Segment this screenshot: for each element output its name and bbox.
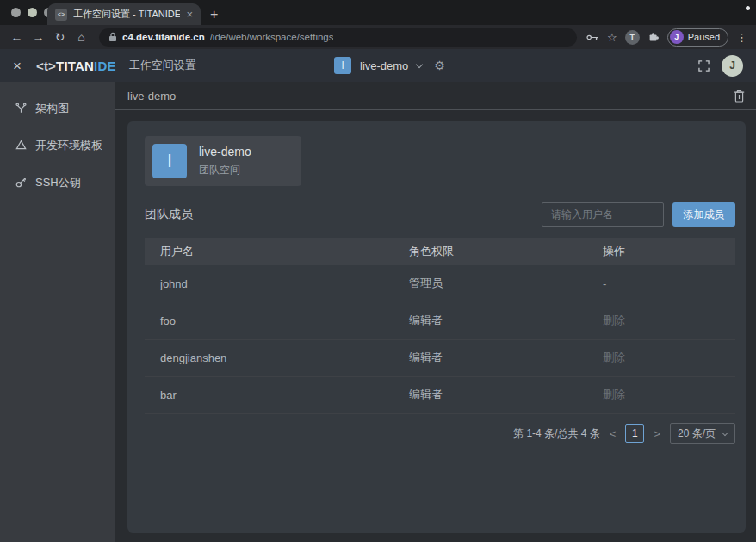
browser-window: <> 工作空间设置 - TITANIDE × + ← → ↻ ⌂ c4.dev.… xyxy=(0,0,756,542)
table-row: foo 编辑者 删除 xyxy=(145,302,735,340)
chevron-down-icon xyxy=(722,429,728,436)
key-icon xyxy=(15,176,28,189)
add-member-button[interactable]: 添加成员 xyxy=(672,202,735,227)
new-tab-button[interactable]: + xyxy=(210,3,218,25)
workspace-card-badge: l xyxy=(152,144,187,178)
sidebar-item-dev-template[interactable]: 开发环境模板 xyxy=(0,127,115,164)
window-dot xyxy=(746,6,750,10)
pagination: 第 1-4 条/总共 4 条 < 1 > 20 条/页 xyxy=(145,414,735,453)
app-header: × <t>TITANIDE 工作空间设置 l live-demo ⚙ J xyxy=(0,49,756,82)
password-key-icon[interactable] xyxy=(586,34,599,41)
sidebar-item-ssh-key[interactable]: SSH公钥 xyxy=(0,164,115,201)
logo-titan: TITAN xyxy=(56,59,94,73)
members-table: 用户名 角色权限 操作 johnd 管理员 - foo 编辑者 删除 xyxy=(145,238,735,414)
url-bar[interactable]: c4.dev.titanide.cn /ide/web/workspace/se… xyxy=(99,28,577,47)
tab-close-icon[interactable]: × xyxy=(186,9,193,20)
minimize-window-button[interactable] xyxy=(28,8,37,17)
back-icon[interactable]: ← xyxy=(9,31,25,43)
workspace-name: live-demo xyxy=(360,59,408,72)
delete-member-link[interactable]: 删除 xyxy=(603,350,735,365)
page-size-value: 20 条/页 xyxy=(678,427,716,441)
browser-titlebar: <> 工作空间设置 - TITANIDE × + xyxy=(0,0,756,25)
forward-icon[interactable]: → xyxy=(30,31,46,43)
branch-icon xyxy=(15,102,28,115)
gear-icon[interactable]: ⚙ xyxy=(434,59,445,72)
close-window-button[interactable] xyxy=(11,8,21,17)
workspace-selector[interactable]: l live-demo ⚙ xyxy=(334,57,445,74)
delete-workspace-trash-icon[interactable] xyxy=(734,90,745,103)
logo-bracket: <t> xyxy=(36,59,56,73)
paused-label: Paused xyxy=(688,32,720,42)
fullscreen-icon[interactable] xyxy=(698,60,710,72)
main-area: live-demo l live-demo 团队空间 团队成员 xyxy=(115,82,756,542)
role-cell: 管理员 xyxy=(409,276,603,291)
url-domain: c4.dev.titanide.cn xyxy=(122,32,205,42)
profile-avatar: J xyxy=(670,30,684,44)
app-body: 架构图 开发环境模板 SSH公钥 live-demo xyxy=(0,82,756,542)
role-cell: 编辑者 xyxy=(409,350,603,365)
sidebar-item-architecture[interactable]: 架构图 xyxy=(0,90,115,127)
members-section-header: 团队成员 添加成员 xyxy=(145,202,735,227)
table-row: johnd 管理员 - xyxy=(145,265,735,302)
home-icon[interactable]: ⌂ xyxy=(73,31,90,43)
settings-close-icon[interactable]: × xyxy=(13,59,22,73)
delete-member-link[interactable]: 删除 xyxy=(603,387,735,402)
sidebar: 架构图 开发环境模板 SSH公钥 xyxy=(0,82,115,542)
titanide-logo: <t>TITANIDE xyxy=(36,59,116,73)
settings-panel: l live-demo 团队空间 团队成员 添加成员 用户名 角 xyxy=(127,121,746,533)
page-title: 工作空间设置 xyxy=(129,58,196,73)
tab-favicon-icon: <> xyxy=(55,9,67,21)
sidebar-item-label: 架构图 xyxy=(35,101,69,116)
delete-member-link[interactable]: 删除 xyxy=(603,313,735,328)
extension-t-icon[interactable]: T xyxy=(625,30,640,45)
browser-toolbar: ← → ↻ ⌂ c4.dev.titanide.cn /ide/web/work… xyxy=(0,25,756,49)
main-topbar: live-demo xyxy=(115,82,756,110)
next-page-icon[interactable]: > xyxy=(654,427,660,440)
username-search-input[interactable] xyxy=(542,202,664,227)
page-number-button[interactable]: 1 xyxy=(625,424,644,443)
role-cell: 编辑者 xyxy=(409,387,603,402)
column-header-role: 角色权限 xyxy=(409,244,603,259)
breadcrumb: live-demo xyxy=(127,90,734,103)
members-section-title: 团队成员 xyxy=(145,207,542,222)
toolbar-actions: ☆ T J Paused ⋮ xyxy=(586,28,747,47)
template-triangle-icon xyxy=(15,139,28,152)
column-header-action: 操作 xyxy=(603,244,735,259)
header-right: J xyxy=(698,55,743,77)
profile-paused-pill[interactable]: J Paused xyxy=(667,28,728,47)
workspace-card: l live-demo 团队空间 xyxy=(145,136,301,186)
tab-title: 工作空间设置 - TITANIDE xyxy=(73,8,180,21)
table-row: dengjianshen 编辑者 删除 xyxy=(145,340,735,377)
username-cell: johnd xyxy=(145,277,409,290)
url-path: /ide/web/workspace/settings xyxy=(210,32,334,42)
table-header-row: 用户名 角色权限 操作 xyxy=(145,238,735,265)
sidebar-item-label: SSH公钥 xyxy=(35,175,81,190)
action-dash: - xyxy=(603,277,735,290)
browser-tab[interactable]: <> 工作空间设置 - TITANIDE × xyxy=(47,3,201,25)
browser-menu-icon[interactable]: ⋮ xyxy=(736,31,747,44)
pagination-summary: 第 1-4 条/总共 4 条 xyxy=(513,427,600,441)
table-row: bar 编辑者 删除 xyxy=(145,377,735,414)
workspace-card-type: 团队空间 xyxy=(199,163,251,178)
extensions-puzzle-icon[interactable] xyxy=(648,31,660,43)
bookmark-star-icon[interactable]: ☆ xyxy=(607,31,617,44)
logo-ide: IDE xyxy=(94,59,116,73)
sidebar-item-label: 开发环境模板 xyxy=(35,138,102,153)
page-size-select[interactable]: 20 条/页 xyxy=(670,423,735,444)
workspace-badge: l xyxy=(334,57,351,74)
lock-icon xyxy=(108,32,117,42)
username-cell: foo xyxy=(145,315,409,327)
username-cell: bar xyxy=(145,389,409,402)
prev-page-icon[interactable]: < xyxy=(610,427,617,440)
user-avatar[interactable]: J xyxy=(722,55,743,77)
username-cell: dengjianshen xyxy=(145,352,409,364)
chevron-down-icon[interactable] xyxy=(416,60,423,67)
workspace-card-name: live-demo xyxy=(199,145,251,159)
column-header-username: 用户名 xyxy=(145,244,409,259)
reload-icon[interactable]: ↻ xyxy=(52,31,68,43)
role-cell: 编辑者 xyxy=(409,313,603,328)
